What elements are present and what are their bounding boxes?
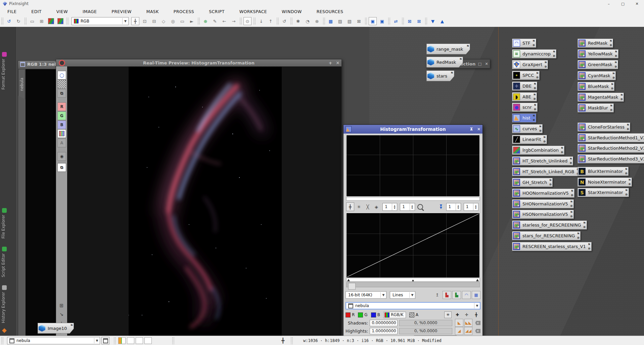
midtones-marker[interactable] [411,279,415,281]
magnifier-icon[interactable] [416,202,424,211]
readout-diamond-icon[interactable]: ◈ [372,202,380,211]
screen-transfer-icon[interactable]: ⇄ [392,17,400,25]
combined-histogram-icon[interactable]: ▙ [452,291,461,299]
process-icon-STF[interactable]: ◠STFND [512,39,536,48]
histogram-graph-panel[interactable] [346,135,480,197]
process-icon-hist[interactable]: histND [512,113,536,122]
process-icon-BlurXterminator[interactable]: BBlurXterminatorND [578,167,629,176]
process-icon-DBE[interactable]: ✛DBEND [512,82,537,91]
import-instance-icon[interactable]: ↓ [257,17,265,25]
undo-icon[interactable]: ↺ [5,17,13,25]
workspace-thumbnail-4[interactable] [144,337,152,344]
window-download-icon[interactable]: ▼ [429,17,437,25]
menu-window[interactable]: WINDOW [274,9,309,14]
grid-display-icon[interactable]: ▦ [472,291,480,299]
active-view-selector[interactable]: nebula ▼ [7,337,100,344]
reload-instance-icon[interactable]: ↺ [280,17,288,25]
channel-b-toggle[interactable]: B [371,312,380,317]
minimize-icon[interactable]: – [602,0,616,7]
nebula-preview-image[interactable] [129,67,282,336]
rgb-view-selector[interactable]: RGB▼ [72,17,129,25]
process-icon-RedMask[interactable]: ∞RedMaskND [578,39,613,48]
close-icon[interactable]: ✕ [630,0,644,7]
channel-r-icon[interactable]: R [57,102,66,111]
export-instance-icon[interactable]: ↑ [267,17,275,25]
double-chevron-down-icon[interactable]: ▼▼ [440,204,442,209]
shadows-marker[interactable] [347,279,350,281]
curve-display-icon[interactable]: ◠ [462,291,471,299]
readout-mode-icon[interactable]: ◎ [169,17,177,25]
reset-highlights-icon[interactable]: ✕ [475,329,480,333]
readout-star-icon[interactable]: ✳ [444,311,452,318]
redo-icon[interactable]: ↻ [14,17,22,25]
process-icon-RedMask[interactable]: RedMaskN [426,57,463,67]
maximize-icon[interactable]: ▢ [616,0,630,7]
menu-edit[interactable]: EDIT [24,9,49,14]
close-icon[interactable]: ✕ [483,62,490,66]
menu-workspace[interactable]: WORKSPACE [232,9,274,14]
camera-icon[interactable]: ◉ [57,152,66,161]
sidebar-tab-script-editor[interactable]: Script Editor [1,253,9,277]
process-icon-Image10[interactable]: Image10N [38,323,74,334]
vertical-zoom-spinner[interactable]: 1▲▼ [400,203,415,211]
mask-channels-image-icon[interactable] [57,18,63,24]
process-icon-MagentaMask[interactable]: ∞MagentaMaskND [578,93,624,102]
process-icon-CyanMask[interactable]: ∞CyanMaskND [578,71,616,80]
process-icon-LinearFit[interactable]: ╱LinearFitND [512,135,547,144]
grip-handle[interactable] [172,337,174,344]
sidebar-tab-history-explorer[interactable]: History Explorer [1,292,9,323]
window-upload-icon[interactable]: ▲ [438,17,446,25]
process-icon-BlueMask[interactable]: ∞BlueMaskND [578,82,614,91]
process-icon-StarReductionMethod2_V3[interactable]: ∞StarReductionMethod2_V3ND [578,144,644,153]
process-icon-curves[interactable]: ∿curvesND [512,124,543,133]
clip-highlights-icon[interactable]: ✛ [463,311,470,318]
process-icon-SHONormalizationV5[interactable]: ∞SHONormalizationV5ND [512,199,574,208]
restore-icon[interactable]: □ [476,62,483,66]
dither-icon[interactable] [57,80,66,89]
selection-mode-icon[interactable]: ▭ [178,17,186,25]
process-icon-range_mask[interactable]: range_maskN [426,44,470,54]
fit-view-icon[interactable]: ⊡ [141,17,149,25]
process-icon-NoiseXterminator[interactable]: NNoiseXterminatorND [578,178,632,187]
process-icon-dynamiccrop[interactable]: ⌗dynamiccropND [512,49,556,58]
shadows-clip-rgb-icon[interactable]: ◣◣ [464,319,472,327]
close-preview-icon[interactable]: ✕ [334,60,341,65]
pointer-mode-icon[interactable]: ► [188,17,196,25]
workspace-thumbnail-2[interactable] [127,337,134,344]
process-icon-stars_for_RESCREENING[interactable]: ∞stars_for_RESCREENINGND [512,231,581,240]
mask-invert-icon[interactable]: ▧ [346,17,354,25]
highlights-input[interactable]: 1.00000000 [370,328,398,334]
reset-shadows-icon[interactable]: ✕ [475,321,480,325]
channel-b-icon[interactable]: B [57,120,66,129]
channel-alpha-icon[interactable]: A [57,139,66,147]
process-icon-StarReductionMethod1_V3[interactable]: ∞StarReductionMethod1_V3ND [578,133,644,142]
process-icon-HT_Stretch_Linked_RGB[interactable]: ∞HT_Stretch_Linked_RGBND [512,167,580,176]
preview-titlebar[interactable]: Real-Time Preview: HistogramTransformati… [56,59,341,66]
edit-instance-icon[interactable]: ✎ [211,17,219,25]
zoom-out-fit-icon[interactable]: ✳ [355,202,363,211]
highlights-clip-icon[interactable]: ◢ [455,327,463,335]
sidebar-tab-file-explorer[interactable]: File Explorer [1,215,9,239]
channel-r-toggle[interactable]: R [346,312,355,317]
clip-both-icon[interactable]: ╋ [472,311,480,318]
process-icon-RESCREEN_starless_stars_V1[interactable]: ∞RESCREEN_starless_stars_V1ND [512,242,592,251]
process-icon-HSONormalizationV5[interactable]: ∞HSONormalizationV5ND [512,210,574,219]
menu-resources[interactable]: RESOURCES [309,9,351,14]
duplicate-image-icon[interactable]: ⊞ [38,17,46,25]
instance-settings-icon[interactable]: ✱ [294,17,302,25]
curve-marker-strip[interactable] [346,278,480,282]
mask-remove-icon[interactable]: ⊠ [355,17,363,25]
image-window-rgb[interactable]: RGB 1:3 neb nebula [18,60,58,336]
process-icon-lrgbCombination[interactable]: lrgbCombinationND [512,146,564,155]
menu-preview[interactable]: PREVIEW [104,9,139,14]
process-icon-HOONormalizationV5[interactable]: ∞HOONormalizationV5ND [512,189,574,198]
horizontal-scrollbar[interactable] [346,282,480,287]
curve-v-zoom-spinner[interactable]: 1▲▼ [464,203,478,211]
channel-a-toggle[interactable]: A [409,312,418,317]
histogram-slider-strip[interactable] [346,197,480,201]
process-icon-starless_for_RESCREENING[interactable]: ∞starless_for_RESCREENINGND [512,220,587,230]
previous-instance-icon[interactable]: ← [220,17,228,25]
menu-file[interactable]: FILE [0,9,24,14]
close-instance-icon[interactable]: ⊗ [313,17,321,25]
clip-shadows-icon[interactable]: ✚ [454,311,461,318]
